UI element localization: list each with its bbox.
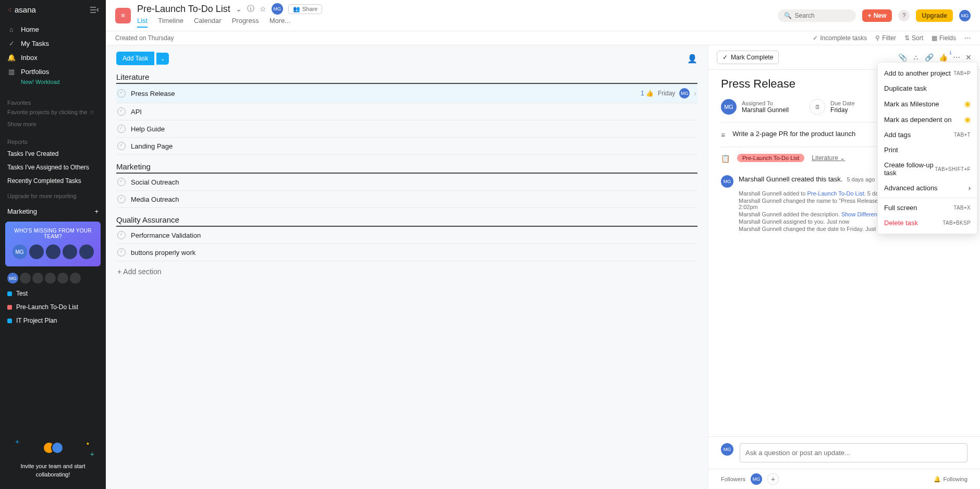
menu-item[interactable]: Duplicate task [878, 81, 977, 96]
sort-button[interactable]: ⇅Sort [904, 34, 923, 42]
task-detail-pane: ✓Mark Complete 📎 ⛬ 🔗 👍1 ⋯ ✕ Press Releas… [708, 45, 980, 489]
bell-icon: 🔔 [7, 54, 16, 62]
section-title[interactable]: Marketing [116, 162, 697, 174]
task-row[interactable]: Social Outreach [116, 174, 697, 191]
star-icon[interactable]: ☆ [260, 5, 266, 13]
menu-item[interactable]: Mark as dependent on◉ [878, 112, 977, 127]
filter-button[interactable]: ⚲Filter [875, 34, 896, 42]
team-header[interactable]: Marketing+ [0, 200, 106, 218]
complete-checkbox[interactable] [117, 142, 126, 150]
tab-list[interactable]: List [137, 15, 148, 28]
show-more[interactable]: Show more [0, 117, 106, 131]
task-row[interactable]: buttons properly work [116, 244, 697, 261]
menu-item[interactable]: Add to another projectTAB+P [878, 66, 977, 81]
add-section-button[interactable]: + Add section [116, 261, 697, 282]
complete-checkbox[interactable] [117, 125, 126, 133]
add-task-dropdown[interactable]: ⌄ [156, 53, 169, 65]
project-chip[interactable]: Pre-Launch To-Do List [737, 154, 804, 162]
menu-item[interactable]: Advanced actions› [878, 180, 977, 195]
menu-item[interactable]: Delete taskTAB+BKSP [878, 215, 977, 230]
info-icon[interactable]: ⓘ [247, 4, 254, 14]
menu-item[interactable]: Add tagsTAB+T [878, 127, 977, 142]
menu-item[interactable]: Create follow-up taskTAB+SHIFT+F [878, 157, 977, 180]
shortcut-label: TAB+X [953, 205, 971, 211]
complete-checkbox[interactable] [117, 231, 126, 239]
more-icon[interactable]: ⋯ [964, 34, 971, 42]
section-title[interactable]: Quality Assurance [116, 215, 697, 227]
task-row[interactable]: Press Release1 👍FridayMG› [116, 84, 697, 103]
follower-avatar[interactable]: MG [751, 473, 762, 485]
sidebar-project-item[interactable]: IT Project Plan [0, 314, 106, 327]
complete-checkbox[interactable] [117, 178, 126, 186]
due-date-field[interactable]: 🗓 Due DateFriday [810, 99, 854, 115]
toolbar: Created on Thursday ✓Incomplete tasks ⚲F… [106, 31, 980, 45]
upgrade-button[interactable]: Upgrade [916, 9, 953, 22]
fields-button[interactable]: ▦Fields [932, 34, 956, 42]
subtask-icon[interactable]: ⛬ [912, 53, 920, 62]
invite-box[interactable]: + • + Invite your team and start collabo… [0, 427, 106, 489]
report-item[interactable]: Tasks I've Created [0, 147, 106, 161]
mark-complete-button[interactable]: ✓Mark Complete [717, 51, 779, 64]
following-toggle[interactable]: 🔔Following [934, 476, 967, 483]
link-icon[interactable]: 🔗 [925, 53, 934, 62]
shortcut-label: TAB+BKSP [942, 220, 971, 226]
nav-label: Home [21, 26, 39, 33]
nav-inbox[interactable]: 🔔Inbox [0, 51, 106, 65]
complete-checkbox[interactable] [117, 89, 126, 97]
incomplete-tasks-filter[interactable]: ✓Incomplete tasks [813, 34, 867, 42]
avatar[interactable]: MG [7, 273, 18, 284]
menu-item[interactable]: Full screenTAB+X [878, 200, 977, 215]
menu-item[interactable]: Print [878, 142, 977, 157]
complete-checkbox[interactable] [117, 248, 126, 256]
avatar-placeholder [63, 244, 77, 259]
complete-checkbox[interactable] [117, 107, 126, 116]
complete-checkbox[interactable] [117, 195, 126, 203]
menu-item[interactable]: Mark as Milestone◉ [878, 96, 977, 112]
team-card[interactable]: WHO'S MISSING FROM YOUR TEAM? MG [5, 222, 101, 266]
tab-more[interactable]: More... [270, 15, 290, 28]
assignee-field[interactable]: MG Assigned ToMarshall Gunnell [721, 99, 789, 115]
tab-calendar[interactable]: Calendar [194, 15, 222, 28]
nav-portfolios[interactable]: ▥Portfolios [0, 65, 106, 79]
attachment-icon[interactable]: 📎 [898, 53, 907, 62]
sidebar-project-item[interactable]: Pre-Launch To-Do List [0, 300, 106, 314]
section-title[interactable]: Literature [116, 72, 697, 84]
task-row[interactable]: Landing Page [116, 138, 697, 155]
assignee-filter-icon[interactable]: 👤 [687, 54, 697, 64]
nav-workload-badge[interactable]: New! Workload [0, 79, 106, 89]
logo[interactable]: ⁖ asana [7, 5, 36, 14]
more-actions-icon[interactable]: ⋯ [953, 53, 960, 62]
field-label: Due Date [830, 100, 854, 106]
nav-mytasks[interactable]: ✓My Tasks [0, 36, 106, 51]
new-button[interactable]: + New [862, 9, 892, 22]
close-icon[interactable]: ✕ [965, 53, 972, 62]
collapse-sidebar-icon[interactable] [90, 7, 99, 13]
task-row[interactable]: Media Outreach [116, 191, 697, 208]
tab-timeline[interactable]: Timeline [158, 15, 183, 28]
upgrade-reporting[interactable]: Upgrade for more reporting [0, 192, 106, 200]
section-selector[interactable]: Literature ⌄ [812, 154, 845, 162]
project-color-icon[interactable]: ≡ [115, 8, 131, 23]
task-name: Social Outreach [131, 178, 179, 186]
like-button[interactable]: 👍1 [939, 53, 948, 62]
tab-progress[interactable]: Progress [232, 15, 259, 28]
nav-home[interactable]: ⌂Home [0, 22, 106, 36]
user-avatar[interactable]: MG [959, 10, 971, 21]
project-title[interactable]: Pre-Launch To-Do List [137, 4, 230, 15]
report-item[interactable]: Recently Completed Tasks [0, 174, 106, 188]
activity-link[interactable]: Pre-Launch To-Do List. [807, 190, 865, 197]
task-row[interactable]: API [116, 103, 697, 120]
comment-input[interactable]: Ask a question or post an update... [740, 443, 967, 462]
share-button[interactable]: 👥Share [288, 4, 322, 14]
add-task-button[interactable]: Add Task [116, 52, 154, 65]
member-avatar[interactable]: MG [272, 3, 283, 15]
help-button[interactable]: ? [898, 10, 910, 21]
search-input[interactable]: 🔍Search [778, 9, 856, 22]
add-follower-button[interactable]: + [767, 473, 779, 485]
task-row[interactable]: Performance Validation [116, 227, 697, 244]
sidebar-project-item[interactable]: Test [0, 287, 106, 300]
chevron-down-icon[interactable]: ⌄ [236, 5, 242, 13]
report-item[interactable]: Tasks I've Assigned to Others [0, 161, 106, 174]
plus-icon[interactable]: + [94, 207, 99, 215]
task-row[interactable]: Help Guide [116, 120, 697, 138]
